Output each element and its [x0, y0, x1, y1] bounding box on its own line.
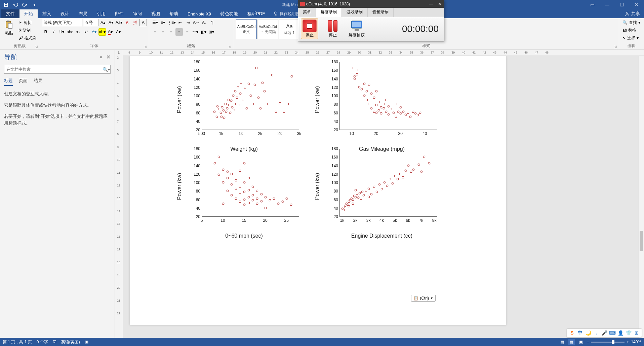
select-button[interactable]: ↖选择▾: [621, 34, 642, 42]
bold-button[interactable]: B: [42, 28, 49, 36]
share-button[interactable]: 共享: [625, 11, 640, 17]
tab-file[interactable]: 文件: [1, 9, 19, 18]
paragraph-launcher[interactable]: ⇲: [228, 45, 231, 49]
ruler-corner[interactable]: L: [115, 50, 123, 56]
align-left-button[interactable]: ≡: [151, 28, 159, 36]
nav-close-button[interactable]: ✕: [106, 54, 111, 60]
underline-button[interactable]: U▾: [58, 28, 66, 36]
cut-button[interactable]: ✂剪切: [17, 19, 38, 26]
bullets-button[interactable]: ☰▾: [151, 19, 159, 26]
mic-icon[interactable]: 🎤: [601, 330, 607, 336]
font-color-button[interactable]: A▾: [107, 28, 114, 36]
style-item[interactable]: Aa标题 1: [279, 20, 300, 39]
tab-mail[interactable]: 邮件: [110, 9, 128, 18]
paste-options-tag[interactable]: 📋 (Ctrl) ▼: [411, 295, 436, 302]
strike-button[interactable]: abc: [66, 28, 74, 36]
replace-button[interactable]: ab替换: [621, 27, 642, 34]
close-button[interactable]: ✕: [629, 0, 644, 9]
save-button[interactable]: [3, 1, 9, 8]
tab-home[interactable]: 开始: [19, 9, 38, 18]
phonetic-button[interactable]: 拼: [131, 19, 139, 26]
tab-layout[interactable]: 布局: [74, 9, 92, 18]
qat-customize[interactable]: ▾: [31, 1, 38, 8]
ocam-tab-game[interactable]: 游戏录制: [342, 8, 368, 17]
nav-search-input[interactable]: [4, 67, 102, 72]
zoom-out-button[interactable]: −: [587, 340, 589, 344]
tab-insert[interactable]: 插入: [38, 9, 56, 18]
highlight-button[interactable]: ab▾: [98, 28, 106, 36]
minimize-button[interactable]: —: [600, 0, 614, 9]
ocam-tab-audio[interactable]: 音频录制: [368, 8, 394, 17]
maximize-button[interactable]: ☐: [614, 0, 629, 9]
copy-button[interactable]: ⎘复制: [17, 27, 38, 34]
multilevel-button[interactable]: ⋮≡▾: [167, 19, 176, 26]
zoom-thumb[interactable]: [612, 340, 614, 344]
zoom-in-button[interactable]: +: [627, 340, 629, 344]
status-language[interactable]: 英语(美国): [61, 339, 80, 345]
status-words[interactable]: 0 个字: [37, 339, 48, 345]
style-item[interactable]: AaBbCcDd正文: [236, 20, 257, 39]
status-proofing-icon[interactable]: ☑: [53, 340, 56, 344]
font-size-combo[interactable]: 五号: [83, 19, 98, 26]
scrollbar-vertical[interactable]: [639, 56, 644, 338]
clear-format-button[interactable]: A̷: [123, 19, 131, 26]
tab-feature[interactable]: 特色功能: [216, 9, 243, 18]
user-icon[interactable]: 👤: [617, 330, 623, 336]
italic-button[interactable]: I: [50, 28, 57, 36]
moon-icon[interactable]: 🌙: [585, 330, 591, 336]
align-right-button[interactable]: ≡: [167, 28, 175, 36]
ime-toolbar[interactable]: S 中 🌙 ， 🎤 ⌨ 👤 👕 ⊞: [567, 328, 642, 337]
subscript-button[interactable]: x₂: [74, 28, 82, 36]
ocam-capture-button[interactable]: 屏幕捕获: [347, 19, 366, 39]
redo-button[interactable]: [22, 1, 28, 8]
increase-indent-button[interactable]: ⇥: [185, 19, 192, 26]
ocam-stop-button[interactable]: 停止: [301, 19, 318, 39]
nav-tab-results[interactable]: 结果: [34, 78, 42, 86]
keyboard-icon[interactable]: ⌨: [609, 330, 615, 336]
borders-button[interactable]: ⊞▾: [208, 28, 215, 36]
ocam-pause-button[interactable]: 停止: [324, 19, 341, 39]
char-shading-button[interactable]: A▾: [115, 28, 122, 36]
sogou-logo-icon[interactable]: S: [569, 330, 575, 336]
paste-button[interactable]: 粘贴: [2, 19, 16, 37]
change-case-button[interactable]: Aa▾: [115, 19, 123, 26]
align-justify-button[interactable]: ≡: [175, 28, 183, 36]
ocam-titlebar[interactable]: oCam (4, 0, 1916, 1028) — ✕: [298, 0, 444, 8]
style-item[interactable]: AaBbCcDd→ 无间隔: [257, 20, 278, 39]
decrease-indent-button[interactable]: ⇤: [176, 19, 184, 26]
sort-button[interactable]: A↓: [201, 19, 208, 26]
find-button[interactable]: 🔍查找▾: [621, 19, 642, 26]
enclose-button[interactable]: A: [139, 19, 147, 26]
asian-layout-button[interactable]: A↔: [193, 19, 200, 26]
align-center-button[interactable]: ≡: [159, 28, 167, 36]
skin-icon[interactable]: 👕: [626, 330, 632, 336]
ocam-window[interactable]: oCam (4, 0, 1916, 1028) — ✕ 菜单 屏幕录制 游戏录制…: [298, 0, 444, 41]
styles-launcher[interactable]: ⇲: [614, 45, 617, 49]
tab-foxit[interactable]: 福昕PDF: [243, 9, 270, 18]
font-family-combo[interactable]: 等线 (西文正文): [42, 19, 82, 26]
nav-search[interactable]: 🔍▾: [4, 65, 111, 74]
ime-lang-toggle[interactable]: 中: [577, 330, 583, 336]
search-icon[interactable]: 🔍▾: [102, 67, 110, 72]
format-painter-button[interactable]: 🖌格式刷: [17, 34, 38, 42]
decrease-font-button[interactable]: A▾: [107, 19, 115, 26]
nav-dropdown[interactable]: ▼: [99, 55, 103, 59]
zoom-level[interactable]: 140%: [631, 340, 641, 344]
ruler-vertical[interactable]: 2345678910111213141516171819202122: [115, 56, 123, 338]
clipboard-launcher[interactable]: ⇲: [35, 45, 38, 49]
scrollbar-thumb[interactable]: [640, 231, 643, 251]
ocam-tab-menu[interactable]: 菜单: [298, 8, 316, 17]
view-reading-button[interactable]: ▤: [558, 339, 566, 345]
zoom-slider[interactable]: [591, 342, 625, 343]
status-macro-icon[interactable]: ▣: [85, 340, 88, 344]
undo-button[interactable]: [12, 1, 19, 8]
nav-tab-pages[interactable]: 页面: [19, 78, 28, 86]
show-marks-button[interactable]: ¶: [209, 19, 216, 26]
status-page[interactable]: 第 1 页，共 1 页: [3, 339, 32, 345]
numbering-button[interactable]: ≡▾: [159, 19, 167, 26]
text-effects-button[interactable]: A▾: [90, 28, 98, 36]
tab-references[interactable]: 引用: [92, 9, 110, 18]
page-viewport[interactable]: Power (kw)Weight (kg)2040608010012014016…: [123, 56, 644, 338]
line-spacing-button[interactable]: ↕≡▾: [192, 28, 199, 36]
tab-view[interactable]: 视图: [147, 9, 165, 18]
